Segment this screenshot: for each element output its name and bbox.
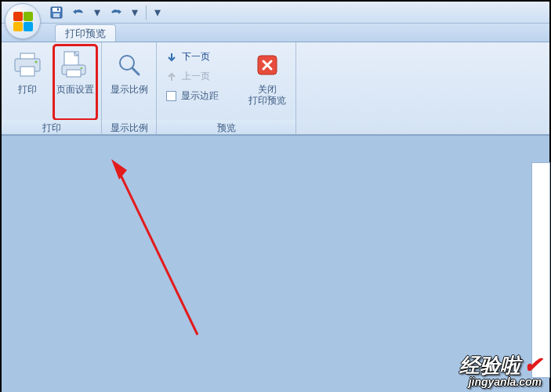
watermark: 经验啦✔ jingyanla.com (459, 354, 542, 387)
prev-page-button: 上一页 (161, 68, 238, 85)
svg-rect-3 (57, 8, 59, 10)
ribbon-group-zoom: 显示比例 显示比例 (102, 42, 157, 134)
group-print-label: 打印 (2, 120, 101, 134)
undo-button[interactable] (71, 5, 86, 20)
app-window: ▾ ▾ ▾ 打印预览 打印 (2, 2, 549, 392)
prev-page-label: 上一页 (182, 70, 210, 83)
svg-rect-1 (53, 8, 60, 12)
document-page (531, 162, 550, 378)
printer-icon (13, 53, 42, 78)
svg-rect-6 (20, 67, 34, 76)
page-setup-button-label: 页面设置 (56, 84, 94, 95)
qat-separator (146, 5, 147, 20)
next-page-label: 下一页 (182, 50, 210, 64)
watermark-text: 经验啦 (459, 354, 520, 377)
office-button[interactable] (5, 3, 41, 39)
save-button[interactable] (49, 5, 64, 20)
close-preview-label: 关闭打印预览 (248, 84, 286, 106)
page-setup-icon (60, 51, 91, 79)
tab-print-preview[interactable]: 打印预览 (55, 24, 116, 42)
group-zoom-label: 显示比例 (102, 120, 156, 134)
redo-button[interactable] (108, 5, 124, 20)
close-preview-button[interactable]: 关闭打印预览 (243, 45, 291, 119)
magnifier-icon (117, 53, 142, 78)
zoom-button[interactable]: 显示比例 (107, 45, 151, 119)
qat-customize-dropdown[interactable]: ▾ (153, 5, 162, 20)
svg-point-11 (81, 67, 82, 69)
office-logo-icon (13, 12, 33, 31)
check-icon: ✔ (524, 353, 542, 377)
ribbon-group-print: 打印 页面设置 打印 (2, 42, 102, 134)
svg-rect-10 (67, 70, 81, 77)
arrow-up-icon (166, 71, 177, 82)
checkbox-icon (166, 91, 176, 101)
undo-icon (72, 7, 85, 18)
group-preview-label: 预览 (157, 120, 295, 134)
ribbon: 打印 页面设置 打印 显示比例 (2, 42, 549, 135)
print-button[interactable]: 打印 (6, 45, 49, 119)
zoom-button-label: 显示比例 (111, 84, 148, 95)
svg-rect-2 (53, 13, 60, 17)
next-page-button[interactable]: 下一页 (161, 49, 238, 65)
quick-access-toolbar: ▾ ▾ ▾ (49, 5, 162, 20)
ribbon-group-preview: 下一页 上一页 显示边距 关闭打印预览 (157, 42, 296, 134)
save-icon (50, 6, 63, 19)
watermark-url: jingyanla.com (459, 376, 542, 387)
ribbon-tab-row: 打印预览 (2, 24, 549, 42)
redo-dropdown[interactable]: ▾ (130, 5, 140, 20)
print-button-label: 打印 (18, 84, 37, 95)
arrow-down-icon (166, 52, 177, 63)
close-icon (257, 55, 277, 75)
undo-dropdown[interactable]: ▾ (92, 5, 102, 20)
title-bar: ▾ ▾ ▾ (2, 2, 549, 24)
svg-point-7 (35, 61, 38, 64)
page-setup-button[interactable]: 页面设置 (54, 45, 97, 119)
svg-line-13 (132, 68, 139, 74)
redo-icon (110, 7, 122, 18)
show-margins-checkbox[interactable]: 显示边距 (161, 88, 238, 104)
show-margins-label: 显示边距 (181, 89, 219, 103)
